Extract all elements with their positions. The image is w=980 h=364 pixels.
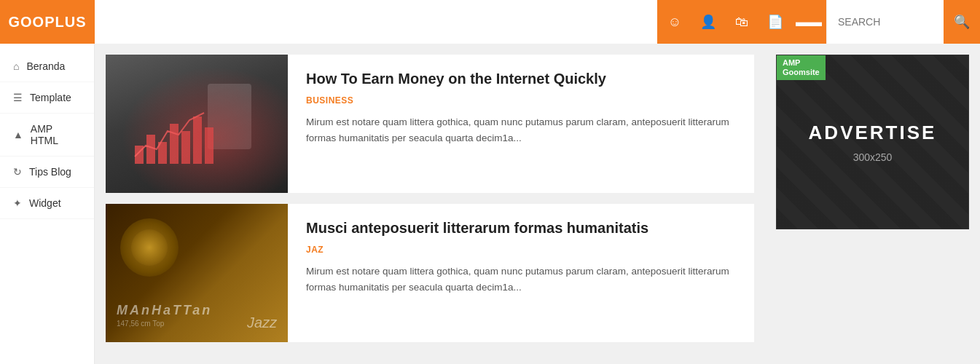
article-excerpt-1: Mirum est notare quam littera gothica, q… xyxy=(306,114,736,146)
contact-icon[interactable]: 👤 xyxy=(698,12,718,32)
sidebar-label-template: Template xyxy=(30,92,71,103)
face-icon[interactable]: ☺ xyxy=(665,12,685,32)
amp-badge-line1: AMP xyxy=(783,58,820,68)
ad-size: 300x250 xyxy=(853,151,893,163)
article-body-1: How To Earn Money on the Internet Quickl… xyxy=(288,55,754,193)
widget-icon: ✦ xyxy=(13,197,22,209)
amphtml-icon: ▲ xyxy=(13,129,23,141)
ad-title: ADVERTISE xyxy=(809,122,937,144)
amp-badge: AMP Goomsite xyxy=(777,55,826,80)
document-icon[interactable]: 📄 xyxy=(765,12,785,32)
article-title-1[interactable]: How To Earn Money on the Internet Quickl… xyxy=(306,69,736,88)
sidebar-item-amphtml[interactable]: ▲ AMP HTML xyxy=(0,114,94,157)
header-icons: ☺ 👤 🛍 📄 ▬▬ xyxy=(657,0,826,44)
sidebar-label-widget: Widget xyxy=(29,197,61,209)
sidebar-item-widget[interactable]: ✦ Widget xyxy=(0,188,94,219)
article-image-1 xyxy=(106,55,288,193)
article-category-2[interactable]: JAZ xyxy=(306,245,736,255)
sidebar-item-tipsblog[interactable]: ↻ Tips Blog xyxy=(0,157,94,188)
amp-badge-line2: Goomsite xyxy=(783,68,820,77)
sidebar-item-beranda[interactable]: ⌂ Beranda xyxy=(0,51,94,82)
search-input[interactable] xyxy=(827,0,944,44)
article-card-1: How To Earn Money on the Internet Quickl… xyxy=(106,55,754,193)
article-body-2: Musci anteposuerit litterarum formas hum… xyxy=(288,204,754,342)
main-layout: ⌂ Beranda ☰ Template ▲ AMP HTML ↻ Tips B… xyxy=(0,44,980,364)
sidebar-label-beranda: Beranda xyxy=(26,60,65,72)
grid-icon[interactable]: ▬▬ xyxy=(799,12,819,32)
home-icon: ⌂ xyxy=(13,60,19,72)
shop-icon[interactable]: 🛍 xyxy=(732,12,752,32)
sidebar: ⌂ Beranda ☰ Template ▲ AMP HTML ↻ Tips B… xyxy=(0,44,95,364)
search-button[interactable]: 🔍 xyxy=(944,0,980,44)
article-title-2[interactable]: Musci anteposuerit litterarum formas hum… xyxy=(306,218,736,237)
sidebar-item-template[interactable]: ☰ Template xyxy=(0,82,94,114)
article-excerpt-2: Mirum est notare quam littera gothica, q… xyxy=(306,264,736,295)
ad-banner[interactable]: AMP Goomsite ADVERTISE 300x250 xyxy=(776,55,969,229)
logo[interactable]: GOOPLUS xyxy=(0,0,95,44)
ad-content: ADVERTISE 300x250 xyxy=(777,55,968,229)
search-area: 🔍 xyxy=(826,0,980,44)
article-image-2: MAnHaTTan 147,56 cm Top Jazz xyxy=(106,204,288,342)
article-category-1[interactable]: BUSINESS xyxy=(306,95,736,106)
content-area: How To Earn Money on the Internet Quickl… xyxy=(95,44,765,364)
sidebar-label-tipsblog: Tips Blog xyxy=(29,166,71,178)
header: GOOPLUS ☺ 👤 🛍 📄 ▬▬ 🔍 xyxy=(0,0,980,44)
tipsblog-icon: ↻ xyxy=(13,166,22,178)
sidebar-label-amphtml: AMP HTML xyxy=(31,123,81,146)
article-card-2: MAnHaTTan 147,56 cm Top Jazz Musci antep… xyxy=(106,204,754,342)
right-sidebar: AMP Goomsite ADVERTISE 300x250 xyxy=(765,44,980,364)
template-icon: ☰ xyxy=(13,92,23,103)
